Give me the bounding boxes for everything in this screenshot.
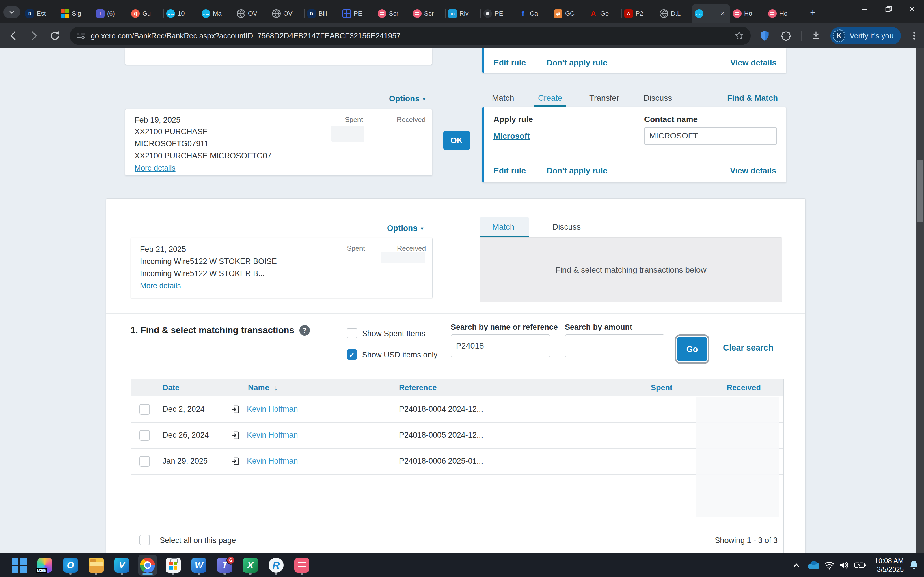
tab-search-button[interactable] bbox=[3, 6, 20, 18]
browser-tab[interactable]: 10 bbox=[163, 4, 199, 23]
adblock-extension-button[interactable] bbox=[757, 28, 772, 43]
contact-name-input[interactable] bbox=[644, 127, 777, 145]
clear-search-link[interactable]: Clear search bbox=[723, 343, 773, 353]
select-all-checkbox[interactable] bbox=[139, 535, 150, 545]
more-details-link[interactable]: More details bbox=[134, 164, 176, 172]
taskbar-scribe[interactable] bbox=[292, 555, 311, 575]
browser-tab[interactable]: Riv bbox=[445, 4, 480, 23]
taskbar-excel[interactable]: X bbox=[241, 555, 260, 575]
view-details-link[interactable]: View details bbox=[730, 58, 777, 68]
window-close-button[interactable] bbox=[900, 0, 924, 18]
bookmark-star-icon[interactable] bbox=[734, 31, 745, 41]
col-spent[interactable]: Spent bbox=[593, 384, 672, 392]
tab-create[interactable]: Create bbox=[538, 93, 562, 103]
extensions-button[interactable] bbox=[779, 28, 793, 43]
row-checkbox[interactable] bbox=[139, 404, 150, 414]
search-name-input[interactable] bbox=[451, 334, 550, 358]
show-usd-items-only-checkbox[interactable] bbox=[347, 350, 357, 360]
browser-tab[interactable]: OV bbox=[234, 4, 269, 23]
search-amount-input[interactable] bbox=[565, 334, 664, 358]
options-dropdown[interactable]: Options▼ bbox=[389, 94, 426, 103]
url-text[interactable]: go.xero.com/BankRec/BankRec.aspx?account… bbox=[90, 31, 401, 40]
browser-tab[interactable]: (6) bbox=[93, 4, 128, 23]
browser-tab[interactable]: D.L bbox=[657, 4, 692, 23]
taskbar-microsoft-store[interactable] bbox=[164, 555, 183, 575]
browser-tab[interactable]: Scr bbox=[375, 4, 410, 23]
browser-tab[interactable]: Ge bbox=[586, 4, 621, 23]
taskbar-v-app[interactable]: V bbox=[113, 555, 131, 575]
browser-tab[interactable]: Bill bbox=[304, 4, 339, 23]
show-spent-items-checkbox[interactable] bbox=[347, 328, 357, 338]
tray-battery[interactable] bbox=[852, 561, 868, 569]
tray-volume[interactable] bbox=[837, 561, 852, 570]
tray-expand-button[interactable] bbox=[789, 561, 804, 569]
row-checkbox[interactable] bbox=[139, 430, 150, 440]
browser-tab[interactable]: Sig bbox=[58, 4, 93, 23]
row-checkbox[interactable] bbox=[139, 456, 150, 466]
browser-tab[interactable]: Ma bbox=[199, 4, 234, 23]
dont-apply-rule-link[interactable]: Don't apply rule bbox=[547, 58, 607, 68]
address-bar[interactable]: go.xero.com/BankRec/BankRec.aspx?account… bbox=[70, 27, 751, 45]
find-and-match-link[interactable]: Find & Match bbox=[727, 93, 778, 103]
col-date[interactable]: Date bbox=[163, 384, 179, 392]
table-row[interactable]: Dec 26, 2024 Kevin Hoffman P24018-0005 2… bbox=[131, 423, 783, 449]
browser-tab[interactable]: OV bbox=[269, 4, 304, 23]
scrollbar-thumb[interactable] bbox=[917, 160, 923, 222]
col-reference[interactable]: Reference bbox=[399, 384, 437, 392]
taskbar-r-app[interactable]: R bbox=[267, 555, 285, 575]
taskbar-copilot[interactable]: M365 bbox=[36, 555, 54, 575]
tray-clock[interactable]: 10:08 AM 3/5/2025 bbox=[868, 556, 904, 574]
window-minimize-button[interactable] bbox=[853, 0, 877, 18]
more-details-link[interactable]: More details bbox=[140, 281, 181, 290]
row-contact-link[interactable]: Kevin Hoffman bbox=[247, 457, 298, 466]
back-button[interactable] bbox=[6, 28, 21, 43]
browser-menu-button[interactable] bbox=[907, 28, 922, 43]
tab-close-icon[interactable] bbox=[719, 9, 727, 18]
page-scrollbar[interactable] bbox=[916, 48, 924, 553]
taskbar-word[interactable]: W bbox=[190, 555, 208, 575]
tray-onedrive[interactable] bbox=[804, 560, 822, 570]
browser-tab[interactable]: Scr bbox=[410, 4, 445, 23]
taskbar-file-explorer[interactable] bbox=[87, 555, 105, 575]
table-row[interactable]: Dec 2, 2024 Kevin Hoffman P24018-0004 20… bbox=[131, 397, 783, 423]
browser-tab-active-xero[interactable] bbox=[692, 4, 730, 23]
row-contact-link[interactable]: Kevin Hoffman bbox=[247, 431, 298, 440]
col-name[interactable]: Name bbox=[248, 384, 270, 392]
table-row[interactable]: Jan 29, 2025 Kevin Hoffman P24018-0006 2… bbox=[131, 449, 783, 475]
go-button[interactable]: Go bbox=[677, 337, 707, 361]
rule-name-link[interactable]: Microsoft bbox=[493, 132, 530, 141]
edit-rule-link[interactable]: Edit rule bbox=[493, 166, 526, 176]
browser-tab[interactable]: Est bbox=[23, 4, 58, 23]
browser-tab[interactable]: PE bbox=[480, 4, 516, 23]
tab-discuss[interactable]: Discuss bbox=[552, 222, 581, 232]
window-restore-button[interactable] bbox=[877, 0, 900, 18]
new-tab-button[interactable] bbox=[806, 6, 819, 19]
forward-button[interactable] bbox=[27, 28, 42, 43]
start-button[interactable] bbox=[10, 555, 28, 575]
browser-tab[interactable]: PE bbox=[339, 4, 375, 23]
tab-discuss[interactable]: Discuss bbox=[644, 93, 672, 103]
tab-transfer[interactable]: Transfer bbox=[590, 93, 619, 103]
ok-button[interactable]: OK bbox=[443, 131, 470, 150]
tab-match[interactable]: Match bbox=[492, 222, 514, 232]
reload-button[interactable] bbox=[47, 28, 62, 43]
browser-tab[interactable]: Gu bbox=[128, 4, 163, 23]
browser-tab[interactable]: Ho bbox=[765, 4, 800, 23]
tab-match[interactable]: Match bbox=[492, 93, 514, 103]
help-icon[interactable]: ? bbox=[299, 325, 310, 335]
verify-profile-button[interactable]: K Verify it's you bbox=[830, 27, 901, 44]
taskbar-teams[interactable]: T6 bbox=[215, 555, 234, 575]
edit-rule-link[interactable]: Edit rule bbox=[493, 58, 526, 68]
options-dropdown[interactable]: Options▼ bbox=[387, 224, 425, 233]
taskbar-chrome[interactable] bbox=[138, 555, 157, 575]
view-details-link[interactable]: View details bbox=[730, 166, 776, 176]
taskbar-outlook[interactable]: O bbox=[61, 555, 80, 575]
tray-notifications[interactable] bbox=[904, 560, 924, 571]
browser-tab[interactable]: Ho bbox=[730, 4, 765, 23]
row-contact-link[interactable]: Kevin Hoffman bbox=[247, 405, 298, 414]
dont-apply-rule-link[interactable]: Don't apply rule bbox=[547, 166, 607, 176]
downloads-button[interactable] bbox=[809, 28, 824, 43]
col-received[interactable]: Received bbox=[681, 384, 761, 392]
browser-tab[interactable]: P2 bbox=[621, 4, 657, 23]
browser-tab[interactable]: Ca bbox=[516, 4, 551, 23]
